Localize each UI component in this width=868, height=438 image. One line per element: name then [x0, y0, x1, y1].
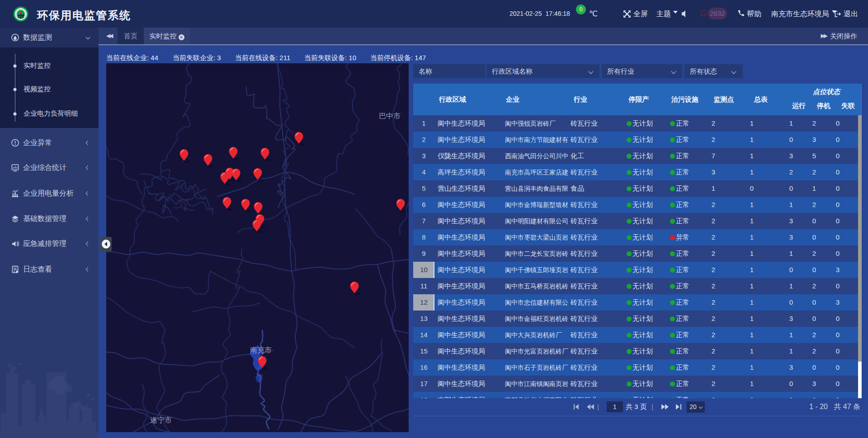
svg-text:遂宁市: 遂宁市 — [150, 416, 172, 424]
svg-text:巴中市: 巴中市 — [379, 112, 401, 120]
svg-text:南充市: 南充市 — [250, 346, 272, 354]
